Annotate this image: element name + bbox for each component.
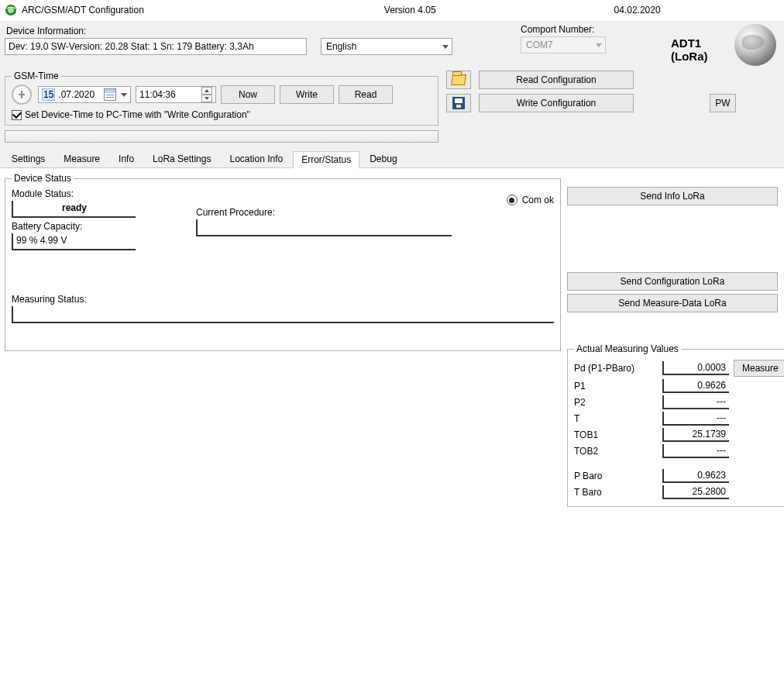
tab-bar: Settings Measure Info LoRa Settings Loca… [0, 147, 784, 168]
current-procedure-value [196, 219, 452, 236]
device-status-group: Device Status Module Status: ready Batte… [5, 173, 561, 351]
amv-label: P Baro [574, 471, 658, 481]
amv-value: 25.1739 [662, 428, 729, 442]
device-info-label: Device Information: [6, 26, 315, 36]
app-title: ARC/GSM/ADT Configuration [22, 5, 144, 16]
language-select[interactable]: English [321, 38, 452, 55]
amv-label: TOB1 [574, 429, 658, 440]
read-configuration-button[interactable]: Read Configuration [479, 71, 634, 89]
tab-debug[interactable]: Debug [361, 150, 405, 167]
time-value: 11:04:36 [139, 89, 176, 100]
amv-value: 0.9623 [662, 469, 729, 483]
title-bar: ARC/GSM/ADT Configuration Version 4.05 0… [0, 0, 784, 20]
chevron-down-icon[interactable] [121, 93, 127, 97]
measuring-status-label: Measuring Status: [12, 294, 554, 305]
amv-value: 0.0003 [662, 361, 729, 375]
globe-icon [734, 24, 776, 66]
app-date: 04.02.2020 [614, 5, 661, 16]
amv-label: TOB2 [574, 446, 658, 457]
measure-button[interactable]: Measure [734, 360, 784, 377]
read-time-button[interactable]: Read [339, 85, 393, 104]
tab-settings[interactable]: Settings [3, 150, 53, 167]
amv-label: T [574, 413, 658, 424]
chevron-down-icon [442, 45, 449, 49]
app-icon [5, 4, 17, 16]
time-spinner[interactable] [201, 87, 212, 102]
amv-label: Pd (P1-PBaro) [574, 363, 658, 374]
save-file-button[interactable] [446, 94, 471, 112]
device-status-legend: Device Status [12, 173, 74, 184]
folder-open-icon [451, 74, 466, 85]
tab-lora-settings[interactable]: LoRa Settings [144, 150, 219, 167]
now-button[interactable]: Now [221, 85, 275, 104]
write-time-button[interactable]: Write [280, 85, 334, 104]
set-pc-time-checkbox[interactable] [12, 110, 22, 120]
language-selected: English [326, 41, 356, 52]
open-file-button[interactable] [446, 71, 471, 89]
comport-select[interactable]: COM7 [521, 36, 606, 53]
device-name: ADT1 (LoRa) [671, 36, 728, 63]
amv-label: P2 [574, 397, 658, 408]
measuring-status-value [12, 306, 554, 323]
floppy-disk-icon [452, 97, 465, 109]
write-configuration-button[interactable]: Write Configuration [479, 94, 634, 112]
date-day: 15 [42, 88, 55, 101]
amv-label: T Baro [574, 487, 658, 498]
date-input[interactable]: 15.07.2020 [38, 86, 131, 103]
amv-value: --- [662, 395, 729, 409]
module-status-label: Module Status: [12, 188, 190, 199]
top-panel: Device Information: Dev: 19.0 SW-Version… [0, 20, 784, 147]
tab-error-status[interactable]: Error/Status [293, 151, 359, 168]
gsm-time-legend: GSM-Time [12, 71, 61, 81]
amv-value: --- [662, 444, 729, 458]
set-pc-time-label: Set Device-Time to PC-Time with "Write C… [25, 109, 250, 120]
pw-button[interactable]: PW [710, 94, 736, 112]
battery-capacity-label: Battery Capacity: [12, 221, 190, 232]
com-ok-radio[interactable] [507, 195, 518, 205]
svg-point-1 [8, 7, 14, 13]
module-status-value: ready [12, 201, 136, 218]
app-version: Version 4.05 [384, 5, 436, 16]
comport-label: Comport Number: [521, 24, 660, 35]
device-info: Device Information: Dev: 19.0 SW-Version… [5, 22, 315, 55]
amv-legend: Actual Measuring Values [574, 343, 681, 354]
gsm-time-group: GSM-Time 15.07.2020 11:04:36 Now Write R… [5, 71, 438, 126]
battery-capacity-value: 99 % 4.99 V [12, 233, 136, 250]
actual-measuring-values-group: Actual Measuring Values Pd (P1-PBaro) 0.… [567, 343, 784, 507]
tab-location-info[interactable]: Location Info [221, 150, 291, 167]
tab-measure[interactable]: Measure [55, 150, 108, 167]
device-info-field[interactable]: Dev: 19.0 SW-Version: 20.28 Stat: 1 Sn: … [5, 38, 307, 55]
tab-info[interactable]: Info [110, 150, 143, 167]
comport-selected: COM7 [526, 40, 553, 50]
amv-label: P1 [574, 381, 658, 391]
amv-value: 0.9626 [662, 379, 729, 393]
send-config-lora-button[interactable]: Send Configuration LoRa [567, 272, 778, 291]
chevron-down-icon [596, 43, 602, 47]
amv-value: --- [662, 412, 729, 426]
time-input[interactable]: 11:04:36 [136, 86, 216, 103]
clock-icon [12, 84, 32, 105]
date-rest: .07.2020 [58, 89, 95, 100]
amv-value: 25.2800 [662, 485, 729, 499]
tab-content: Device Status Module Status: ready Batte… [0, 168, 784, 676]
progress-bar [5, 130, 438, 143]
current-procedure-label: Current Procedure: [196, 207, 452, 218]
com-ok-label: Com ok [522, 195, 554, 205]
send-measure-data-lora-button[interactable]: Send Measure-Data LoRa [567, 294, 778, 312]
send-info-lora-button[interactable]: Send Info LoRa [567, 187, 778, 205]
calendar-icon[interactable] [104, 88, 116, 101]
